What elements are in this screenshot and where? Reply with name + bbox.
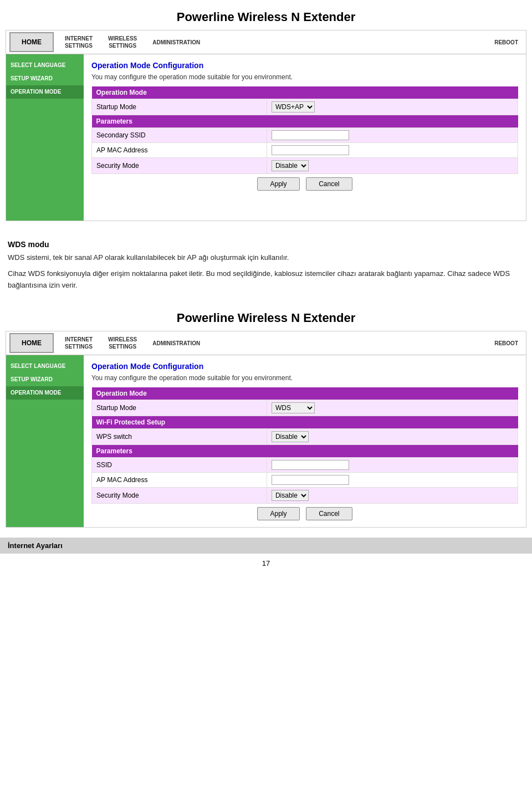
wds-line1: WDS sistemi, tek bir sanal AP olarak kul…	[8, 252, 524, 264]
cancel-btn-1[interactable]: Cancel	[306, 177, 352, 191]
ap-mac-label-1: AP MAC Address	[92, 143, 267, 158]
main-content-2: Operation Mode Configuration You may con…	[84, 355, 526, 527]
nav-home-btn-2[interactable]: HOME	[9, 333, 54, 353]
secondary-ssid-cell-1	[267, 128, 518, 143]
bottom-bar: İnternet Ayarları	[0, 538, 532, 554]
text-section: WDS modu WDS sistemi, tek bir sanal AP o…	[0, 231, 532, 301]
sidebar-2: SELECT LANGUAGE SETUP WIZARD OPERATION M…	[6, 355, 84, 527]
wps-switch-select-2[interactable]: Disable Enable	[272, 431, 309, 442]
params-header-1: Parameters	[92, 115, 518, 128]
ssid-cell-2	[267, 458, 518, 473]
nav-bar-1: HOME INTERNETSETTINGS WIRELESSSETTINGS A…	[6, 30, 526, 54]
nav-wireless-1[interactable]: WIRELESSSETTINGS	[100, 30, 145, 54]
config-table-1: Operation Mode Startup Mode WDS+AP WDS A…	[91, 86, 518, 174]
page-number: 17	[0, 554, 532, 573]
nav-internet-2[interactable]: INTERNETSETTINGS	[57, 331, 100, 355]
section-desc-1: You may configure the operation mode sui…	[91, 73, 518, 81]
wps-switch-label-2: WPS switch	[92, 429, 267, 445]
nav-admin-1[interactable]: ADMINISTRATION	[145, 30, 208, 54]
sidebar-item-opmode-2[interactable]: OPERATION MODE	[6, 386, 84, 400]
sidebar-item-wizard-1[interactable]: SETUP WIZARD	[6, 72, 84, 85]
panel-body-1: SELECT LANGUAGE SETUP WIZARD OPERATION M…	[6, 54, 526, 221]
sidebar-item-language-1[interactable]: SELECT LANGUAGE	[6, 59, 84, 72]
startup-mode-label-1: Startup Mode	[92, 99, 267, 115]
page-title-1: Powerline Wireless N Extender	[0, 0, 532, 30]
ap-mac-input-1[interactable]	[272, 145, 349, 155]
ssid-input-2[interactable]	[272, 460, 349, 470]
page-title-2: Powerline Wireless N Extender	[0, 301, 532, 331]
nav-reboot-2[interactable]: REBOOT	[487, 331, 526, 355]
section-title-2: Operation Mode Configuration	[91, 362, 518, 371]
cancel-btn-2[interactable]: Cancel	[306, 507, 352, 520]
nav-wireless-2[interactable]: WIRELESSSETTINGS	[100, 331, 145, 355]
wds-line2: Cihaz WDS fonksiyonuyla diğer erişim nok…	[8, 268, 524, 291]
security-mode-label-2: Security Mode	[92, 488, 267, 504]
ssid-label-2: SSID	[92, 458, 267, 473]
router-panel-2: HOME INTERNETSETTINGS WIRELESSSETTINGS A…	[6, 331, 526, 528]
ap-mac-cell-2	[267, 473, 518, 488]
btn-row-2: Apply Cancel	[91, 507, 518, 520]
security-mode-select-2[interactable]: Disable WEP WPA WPA2	[272, 490, 309, 501]
apply-btn-2[interactable]: Apply	[257, 507, 299, 520]
nav-admin-2[interactable]: ADMINISTRATION	[145, 331, 208, 355]
security-mode-cell-1: Disable WEP WPA WPA2	[267, 158, 518, 174]
nav-home-btn-1[interactable]: HOME	[9, 32, 54, 52]
nav-reboot-1[interactable]: REBOOT	[487, 30, 526, 54]
startup-mode-label-2: Startup Mode	[92, 400, 267, 416]
secondary-ssid-label-1: Secondary SSID	[92, 128, 267, 143]
wds-heading: WDS modu	[8, 240, 524, 249]
nav-internet-1[interactable]: INTERNETSETTINGS	[57, 30, 100, 54]
startup-mode-cell-1: WDS+AP WDS AP	[267, 99, 518, 115]
config-table-2: Operation Mode Startup Mode WDS+AP WDS A…	[91, 387, 518, 504]
sidebar-item-language-2[interactable]: SELECT LANGUAGE	[6, 360, 84, 373]
secondary-ssid-input-1[interactable]	[272, 130, 349, 140]
section-title-1: Operation Mode Configuration	[91, 61, 518, 70]
btn-row-1: Apply Cancel	[91, 177, 518, 191]
section-desc-2: You may configure the operation mode sui…	[91, 374, 518, 382]
op-mode-header-2: Operation Mode	[92, 387, 518, 400]
ap-mac-cell-1	[267, 143, 518, 158]
sidebar-1: SELECT LANGUAGE SETUP WIZARD OPERATION M…	[6, 54, 84, 221]
startup-mode-cell-2: WDS+AP WDS AP	[267, 400, 518, 416]
params-header-2: Parameters	[92, 445, 518, 458]
startup-mode-select-2[interactable]: WDS+AP WDS AP	[272, 402, 315, 413]
ap-mac-label-2: AP MAC Address	[92, 473, 267, 488]
router-panel-1: HOME INTERNETSETTINGS WIRELESSSETTINGS A…	[6, 30, 526, 221]
nav-bar-2: HOME INTERNETSETTINGS WIRELESSSETTINGS A…	[6, 331, 526, 355]
security-mode-label-1: Security Mode	[92, 158, 267, 174]
wps-switch-cell-2: Disable Enable	[267, 429, 518, 445]
panel-body-2: SELECT LANGUAGE SETUP WIZARD OPERATION M…	[6, 355, 526, 527]
security-mode-cell-2: Disable WEP WPA WPA2	[267, 488, 518, 504]
wps-header-2: Wi-Fi Protected Setup	[92, 416, 518, 429]
security-mode-select-1[interactable]: Disable WEP WPA WPA2	[272, 160, 309, 171]
ap-mac-input-2[interactable]	[272, 475, 349, 485]
sidebar-item-wizard-2[interactable]: SETUP WIZARD	[6, 373, 84, 386]
op-mode-header-1: Operation Mode	[92, 86, 518, 99]
startup-mode-select-1[interactable]: WDS+AP WDS AP	[272, 101, 315, 112]
main-content-1: Operation Mode Configuration You may con…	[84, 54, 526, 221]
sidebar-item-opmode-1[interactable]: OPERATION MODE	[6, 85, 84, 99]
apply-btn-1[interactable]: Apply	[257, 177, 299, 191]
